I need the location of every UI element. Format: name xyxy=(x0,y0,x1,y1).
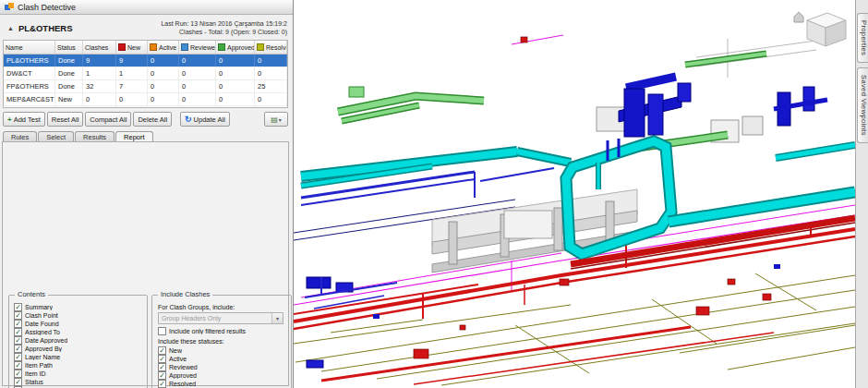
content-option-summary[interactable]: ✓Summary xyxy=(14,303,145,311)
column-label: Status xyxy=(57,44,76,51)
clash-table-header: NameStatusClashesNewActiveReviewedApprov… xyxy=(4,41,287,55)
content-option-status[interactable]: ✓Status xyxy=(14,378,145,386)
checkbox[interactable] xyxy=(158,327,166,335)
status-option-approved[interactable]: ✓Approved xyxy=(158,371,291,380)
status-option-new[interactable]: ✓New xyxy=(158,346,291,355)
column-label: Active xyxy=(159,44,176,51)
cell: 0 xyxy=(255,55,287,67)
column-label: Name xyxy=(6,44,23,51)
cell: 0 xyxy=(255,93,287,105)
cell: Done xyxy=(55,55,83,67)
clash-test-row[interactable]: MEP&ARC&STNew000000 xyxy=(4,93,287,106)
contents-title: Contents xyxy=(15,290,48,298)
resolved-status-icon xyxy=(257,43,264,51)
reviewed-status-icon xyxy=(181,43,188,51)
content-option-item-path[interactable]: ✓Item Path xyxy=(14,361,145,370)
cell: 1 xyxy=(116,67,148,79)
content-option-date-found[interactable]: ✓Date Found xyxy=(14,320,145,328)
side-tab-saved-viewpoints[interactable]: Saved Viewpoints xyxy=(857,67,868,143)
collapse-icon[interactable]: ▲ xyxy=(7,25,14,31)
add-icon: + xyxy=(7,115,12,124)
column-header-new[interactable]: New xyxy=(116,41,148,54)
clashes-summary-text: Clashes - Total: 9 (Open: 9 Closed: 0) xyxy=(179,29,287,35)
cell: 0 xyxy=(179,55,216,67)
column-header-status[interactable]: Status xyxy=(55,41,83,54)
clash-tests-table: NameStatusClashesNewActiveReviewedApprov… xyxy=(3,40,288,108)
clash-test-row[interactable]: FP&OTHERSDone32700025 xyxy=(4,80,287,93)
3d-viewport[interactable] xyxy=(294,0,855,388)
checkbox[interactable]: ✓ xyxy=(158,355,166,363)
delete-all-button[interactable]: Delete All xyxy=(133,112,172,127)
checkbox[interactable]: ✓ xyxy=(14,336,22,345)
home-icon xyxy=(794,12,803,22)
group-headers-dropdown[interactable]: Group Headers Only ▾ xyxy=(158,312,283,324)
panel-tabs: RulesSelectResultsReport xyxy=(3,129,153,142)
include-filtered-checkbox[interactable]: Include only filtered results xyxy=(158,327,291,335)
cell: 0 xyxy=(148,93,179,105)
checkbox-label: Approved xyxy=(169,372,197,379)
side-tab-properties[interactable]: Properties xyxy=(857,13,868,63)
content-option-approved-by[interactable]: ✓Approved By xyxy=(14,345,145,353)
test-toolbar: + Add Test Reset All Compact All Delete … xyxy=(3,111,288,127)
checkbox[interactable]: ✓ xyxy=(14,345,22,353)
cell: 7 xyxy=(116,80,148,92)
active-test-header: ▲ PL&OTHERS Last Run: 13 Nisan 2016 Çarş… xyxy=(0,15,293,41)
clash-test-row[interactable]: PL&OTHERSDone990000 xyxy=(4,55,287,67)
checkbox[interactable]: ✓ xyxy=(14,370,22,378)
update-all-button[interactable]: ↻ Update All xyxy=(180,112,230,127)
new-status-icon xyxy=(118,43,126,51)
column-header-clashes[interactable]: Clashes xyxy=(83,41,116,54)
checkbox[interactable]: ✓ xyxy=(158,363,166,371)
active-test-name[interactable]: ▲ PL&OTHERS xyxy=(7,23,73,33)
clash-test-row[interactable]: DW&CTDone110000 xyxy=(4,67,287,80)
checkbox-label: Reviewed xyxy=(169,364,198,370)
cyan-ducts xyxy=(301,141,855,254)
content-option-date-approved[interactable]: ✓Date Approved xyxy=(14,336,145,345)
checkbox[interactable]: ✓ xyxy=(158,371,166,380)
column-header-name[interactable]: Name xyxy=(4,41,55,54)
column-header-reviewed[interactable]: Reviewed xyxy=(179,41,216,54)
checkbox-label: Active xyxy=(169,356,187,362)
content-option-layer-name[interactable]: ✓Layer Name xyxy=(14,353,145,361)
cell: 0 xyxy=(83,93,116,105)
cell: 0 xyxy=(179,93,216,105)
checkbox-label: Assigned To xyxy=(25,329,60,335)
statuses-label: Include these statuses: xyxy=(158,338,291,345)
cell: 25 xyxy=(255,80,287,92)
status-option-resolved[interactable]: ✓Resolved xyxy=(158,380,291,388)
column-header-active[interactable]: Active xyxy=(148,41,179,54)
chevron-down-icon: ▾ xyxy=(279,116,282,123)
checkbox[interactable]: ✓ xyxy=(158,380,166,388)
reset-all-button[interactable]: Reset All xyxy=(47,112,84,127)
checkbox[interactable]: ✓ xyxy=(14,320,22,328)
checkbox-label: Layer Name xyxy=(25,354,60,360)
clash-detective-icon xyxy=(5,3,14,11)
column-header-resolved[interactable]: Resolved xyxy=(255,41,287,54)
checkbox-label: Summary xyxy=(25,304,53,310)
checkbox[interactable]: ✓ xyxy=(158,346,166,355)
content-option-assigned-to[interactable]: ✓Assigned To xyxy=(14,328,145,336)
checkbox-label: Date Approved xyxy=(25,337,67,344)
checkbox[interactable]: ✓ xyxy=(14,311,22,320)
checkbox[interactable]: ✓ xyxy=(14,378,22,386)
cell: New xyxy=(55,93,83,105)
content-option-item-id[interactable]: ✓Item ID xyxy=(14,370,145,378)
content-option-clash-point[interactable]: ✓Clash Point xyxy=(14,311,145,320)
report-menu-button[interactable]: ▤ ▾ xyxy=(264,112,288,127)
cell: 0 xyxy=(148,55,179,67)
panel-titlebar[interactable]: Clash Detective xyxy=(0,0,293,15)
cell: 0 xyxy=(216,67,255,79)
checkbox[interactable]: ✓ xyxy=(14,361,22,370)
report-menu-icon: ▤ xyxy=(271,115,278,124)
checkbox[interactable]: ✓ xyxy=(14,303,22,311)
checkbox-label: Date Found xyxy=(25,321,59,327)
checkbox-label: Status xyxy=(25,379,43,385)
viewcube[interactable] xyxy=(794,12,846,46)
compact-all-button[interactable]: Compact All xyxy=(85,112,131,127)
status-option-reviewed[interactable]: ✓Reviewed xyxy=(158,363,291,371)
add-test-button[interactable]: + Add Test xyxy=(3,112,45,127)
column-header-approved[interactable]: Approved xyxy=(216,41,255,54)
checkbox[interactable]: ✓ xyxy=(14,328,22,336)
checkbox[interactable]: ✓ xyxy=(14,353,22,361)
status-option-active[interactable]: ✓Active xyxy=(158,355,291,363)
